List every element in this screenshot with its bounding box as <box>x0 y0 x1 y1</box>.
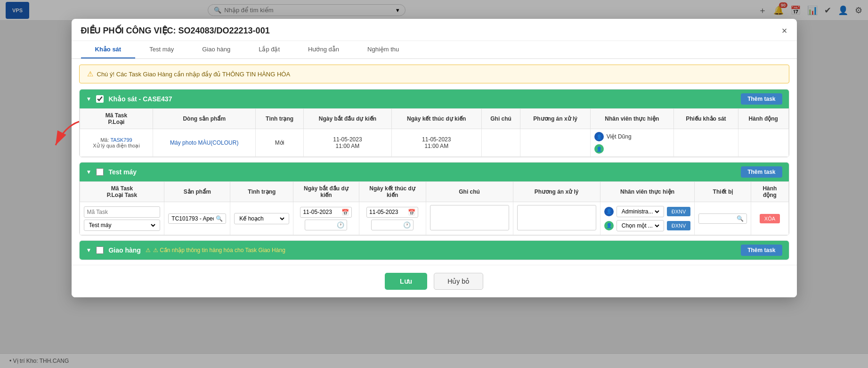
col-tm-ma-task: Mã TaskP.Loại Task <box>80 182 164 202</box>
thiet-bi-input[interactable] <box>702 215 735 222</box>
thiet-bi-search-icon[interactable]: 🔍 <box>737 215 744 222</box>
test-may-table: Mã TaskP.Loại Task Sản phẩm Tình trạng N… <box>80 181 789 235</box>
cell-ngay-kt: 11-05-202311:00 AM <box>391 129 481 157</box>
add-task-test-may-button[interactable]: Thêm task <box>741 166 782 178</box>
section-giao-hang: ▼ Giao hàng ⚠ ⚠ Cần nhập thông tin hàng … <box>79 240 789 260</box>
section-giao-hang-header: ▼ Giao hàng ⚠ ⚠ Cần nhập thông tin hàng … <box>80 241 789 260</box>
cell-hanh-dong <box>738 129 788 157</box>
section-test-may-title: Test máy <box>108 168 137 176</box>
time-kt-input[interactable] <box>374 221 402 228</box>
phan-loai-select[interactable]: Test máy <box>87 221 157 229</box>
section-test-may: ▼ Test máy Thêm task Mã TaskP.Loại Task … <box>79 162 789 236</box>
col-tm-san-pham: Sản phẩm <box>164 182 230 202</box>
khao-sat-table: Mã TaskP.Loại Dòng sản phẩm Tình trạng N… <box>80 108 789 157</box>
time-bd-input[interactable] <box>308 221 336 228</box>
col-phieu-ks: Phiếu khảo sát <box>673 109 738 129</box>
dong-sp-link[interactable]: Máy photo MÀU(COLOUR) <box>170 139 238 146</box>
cell-ghi-chu <box>481 129 520 157</box>
giao-hang-checkbox[interactable] <box>96 246 104 254</box>
chevron-gh-icon[interactable]: ▼ <box>86 247 92 254</box>
task-link[interactable]: TASK799 <box>110 137 132 143</box>
warning-banner: ⚠ Chú ý! Các Task Giao Hàng cần nhập đầy… <box>79 65 789 83</box>
tinh-trang-select[interactable]: Kế hoạch Đang thực hiện Hoàn thành <box>237 215 286 222</box>
cell-tm-thiet-bi: 🔍 <box>695 202 751 235</box>
tab-nghiem-thu[interactable]: Nghiệm thu <box>353 41 413 58</box>
modal-title: ĐIỀU PHỐI CÔNG VIỆC: SO24083/DO22213-001 <box>81 25 270 36</box>
ngay-bd-input[interactable] <box>303 209 341 215</box>
col-tm-nhan-vien: Nhân viên thực hiện <box>600 182 695 202</box>
ma-task-input[interactable] <box>84 206 161 218</box>
giao-hang-warning: ⚠ ⚠ Cần nhập thông tin hàng hóa cho Task… <box>146 247 285 254</box>
khao-sat-checkbox[interactable] <box>96 95 104 103</box>
tab-giao-hang[interactable]: Giao hàng <box>188 41 244 58</box>
section-khao-sat: ▼ Khảo sát - CASE437 Thêm task Mã TaskP.… <box>79 89 789 157</box>
cell-tm-ngay-kt: 📅 🕐 <box>359 202 426 235</box>
modal-overlay: ĐIỀU PHỐI CÔNG VIỆC: SO24083/DO22213-001… <box>0 0 868 368</box>
col-tm-ghi-chu: Ghi chú <box>426 182 513 202</box>
cell-tm-ngay-bd: 📅 🕐 <box>293 202 359 235</box>
warning-icon: ⚠ <box>87 70 93 78</box>
save-button[interactable]: Lưu <box>385 273 427 290</box>
cell-dong-sp: Máy photo MÀU(COLOUR) <box>153 129 256 157</box>
calendar-kt-icon[interactable]: 📅 <box>408 209 415 216</box>
emp-name: Việt Dũng <box>607 133 632 140</box>
add-task-giao-hang-button[interactable]: Thêm task <box>741 245 782 256</box>
nhan-vien-2-select[interactable]: Chọn một ... <box>620 222 661 229</box>
section-giao-hang-title: Giao hàng <box>108 246 140 254</box>
add-task-khao-sat-button[interactable]: Thêm task <box>741 93 782 105</box>
cell-phieu-ks <box>673 129 738 157</box>
col-tm-hanh-dong: Hành động <box>751 182 788 202</box>
col-nhan-vien: Nhân viên thực hiện <box>590 109 673 129</box>
search-icon[interactable]: 🔍 <box>216 215 223 222</box>
chevron-test-icon[interactable]: ▼ <box>86 169 92 175</box>
col-ma-task: Mã TaskP.Loại <box>80 109 153 129</box>
cell-tm-phuong-an <box>513 202 600 235</box>
tab-huong-dan[interactable]: Hướng dẫn <box>294 41 353 58</box>
phuong-an-textarea[interactable] <box>517 205 596 230</box>
cell-tm-ma-task: Test máy <box>80 202 164 235</box>
col-tm-ngay-kt: Ngày kết thúc dự kiến <box>359 182 426 202</box>
cell-phuong-an <box>520 129 590 157</box>
col-dong-sp: Dòng sản phẩm <box>153 109 256 129</box>
task-loai: Xử lý qua điện thoại <box>84 143 149 149</box>
calendar-bd-icon[interactable]: 📅 <box>341 209 349 216</box>
section-khao-sat-header: ▼ Khảo sát - CASE437 Thêm task <box>80 90 789 108</box>
tab-lap-dat[interactable]: Lắp đặt <box>244 41 294 58</box>
ghi-chu-textarea[interactable] <box>430 205 509 230</box>
emp-avatar-2: 👤 <box>604 221 614 230</box>
cell-tinh-trang: Mới <box>256 129 304 157</box>
test-may-checkbox[interactable] <box>96 168 104 176</box>
table-row: Test máy 🔍 <box>80 202 788 235</box>
avatar-1: 👤 <box>594 132 604 141</box>
xoa-button[interactable]: XÓA <box>760 214 780 223</box>
nhan-vien-1-select[interactable]: Administra... <box>620 208 661 215</box>
col-tinh-trang: Tình trạng <box>256 109 304 129</box>
col-ghi-chu: Ghi chú <box>481 109 520 129</box>
modal-footer: Lưu Hủy bỏ <box>72 265 797 297</box>
chevron-icon[interactable]: ▼ <box>86 96 92 102</box>
tab-khao-sat[interactable]: Khảo sát <box>81 41 136 58</box>
col-tm-phuong-an: Phương án xử lý <box>513 182 600 202</box>
emp-avatar-1: 👤 <box>604 207 614 216</box>
section-khao-sat-title: Khảo sát - CASE437 <box>108 95 172 103</box>
cancel-button[interactable]: Hủy bỏ <box>434 273 483 290</box>
clock-kt-icon[interactable]: 🕐 <box>403 221 411 229</box>
tabs-nav: Khảo sát Test máy Giao hàng Lắp đặt Hướn… <box>72 41 797 59</box>
dxnv-2-button[interactable]: ĐXNV <box>667 221 691 230</box>
warning-gh-icon: ⚠ <box>146 247 151 254</box>
col-phuong-an: Phương án xử lý <box>520 109 590 129</box>
dxnv-1-button[interactable]: ĐXNV <box>667 207 691 216</box>
cell-tm-san-pham: 🔍 <box>164 202 230 235</box>
cell-tm-nhan-vien: 👤 Administra... ĐXNV 👤 <box>600 202 695 235</box>
tab-test-may[interactable]: Test máy <box>135 41 188 58</box>
cell-tm-ghi-chu <box>426 202 513 235</box>
cell-tm-hanh-dong: XÓA <box>751 202 788 235</box>
modal-header: ĐIỀU PHỐI CÔNG VIỆC: SO24083/DO22213-001… <box>72 19 797 41</box>
warning-text: Chú ý! Các Task Giao Hàng cần nhập đầy đ… <box>97 71 291 78</box>
cell-nhan-vien: 👤 Việt Dũng 👤 <box>590 129 673 157</box>
ngay-kt-input[interactable] <box>369 209 407 215</box>
close-button[interactable]: × <box>782 26 787 35</box>
clock-bd-icon[interactable]: 🕐 <box>337 221 344 229</box>
san-pham-input[interactable] <box>171 215 214 222</box>
col-ngay-kt: Ngày kết thúc dự kiến <box>391 109 481 129</box>
